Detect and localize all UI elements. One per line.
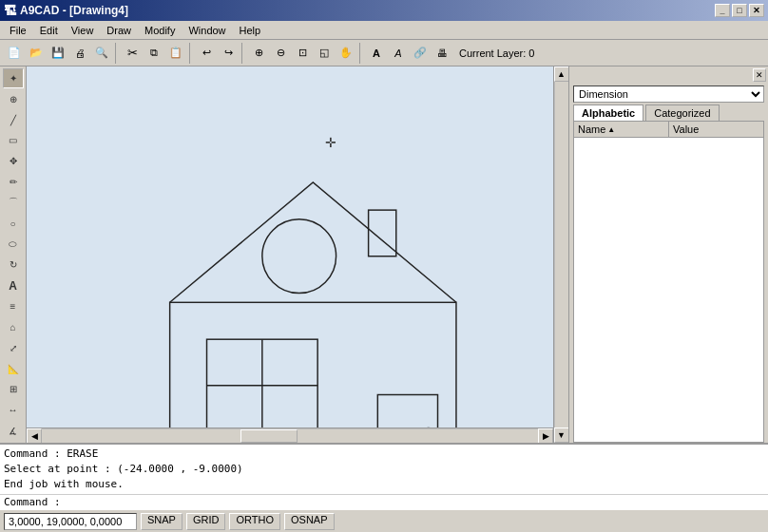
menu-draw[interactable]: Draw — [101, 23, 137, 38]
cursor-indicator: ✛ — [325, 135, 336, 150]
toolbar-text[interactable]: A — [366, 43, 387, 64]
toolbar-sep-2 — [189, 43, 193, 64]
svg-rect-0 — [170, 302, 456, 428]
title-bar-left: 🏗 A9CAD - [Drawing4] — [4, 4, 128, 18]
scroll-right-button[interactable]: ▶ — [538, 428, 553, 444]
menu-window[interactable]: Window — [182, 23, 231, 38]
toolbar-new[interactable]: 📄 — [4, 43, 25, 64]
toolbar-zoom-in[interactable]: ⊕ — [248, 43, 269, 64]
tool-dim-angle[interactable]: ∡ — [3, 421, 24, 441]
tab-categorized[interactable]: Categorized — [645, 104, 719, 121]
panel-dropdown[interactable]: Dimension — [573, 86, 764, 103]
tool-crosshair[interactable]: ⊕ — [3, 89, 24, 109]
canvas-column: ✛ — [27, 66, 553, 443]
snap-button[interactable]: SNAP — [141, 513, 182, 530]
name-label: Name — [578, 124, 605, 135]
tool-pencil[interactable]: ✏ — [3, 172, 24, 192]
tool-move[interactable]: ✥ — [3, 151, 24, 171]
toolbar-print2[interactable]: 🖶 — [432, 43, 452, 64]
tool-arc[interactable]: ⌒ — [3, 193, 24, 213]
command-area-wrapper: Command : ERASE Select at point : (-24.0… — [0, 443, 768, 509]
menu-modify[interactable]: Modify — [139, 23, 181, 38]
title-bar: 🏗 A9CAD - [Drawing4] _ □ ✕ — [0, 0, 768, 21]
tool-select[interactable]: ✦ — [3, 68, 24, 88]
command-line-1: Command : ERASE — [4, 446, 764, 462]
tab-alphabetic[interactable]: Alphabetic — [573, 104, 643, 121]
toolbar-link[interactable]: 🔗 — [410, 43, 431, 64]
toolbar-symbol[interactable]: A — [388, 43, 409, 64]
tool-offset[interactable]: ⊞ — [3, 379, 24, 399]
command-line-2: Select at point : (-24.0000 , -9.0000) — [4, 462, 764, 477]
minimize-button[interactable]: _ — [715, 4, 730, 17]
tool-circle[interactable]: ○ — [3, 214, 24, 234]
toolbar-zoom-win[interactable]: 🔍 — [91, 43, 112, 64]
command-input[interactable] — [65, 496, 764, 508]
command-output: Command : ERASE Select at point : (-24.0… — [0, 445, 768, 494]
panel-category-select[interactable]: Dimension — [573, 86, 764, 103]
tool-hatch[interactable]: ≡ — [3, 296, 24, 316]
title-bar-controls: _ □ ✕ — [715, 4, 764, 17]
toolbar-sep-3 — [241, 43, 245, 64]
maximize-button[interactable]: □ — [732, 4, 747, 17]
vertical-scrollbar[interactable]: ▲ ▼ — [553, 66, 568, 443]
command-line-3: End job with mouse. — [4, 477, 764, 492]
v-scroll-track[interactable] — [554, 82, 569, 428]
scroll-up-button[interactable]: ▲ — [554, 66, 569, 82]
tool-rotate[interactable]: ↻ — [3, 255, 24, 275]
scroll-down-button[interactable]: ▼ — [554, 428, 569, 443]
panel-close-button[interactable]: ✕ — [753, 68, 766, 82]
menu-view[interactable]: View — [66, 23, 100, 38]
panel-close-row: ✕ — [569, 66, 768, 84]
tool-trim[interactable]: ⌂ — [3, 317, 24, 337]
toolbar-zoom-out[interactable]: ⊖ — [270, 43, 291, 64]
tool-line[interactable]: ╱ — [3, 110, 24, 130]
app-icon: 🏗 — [4, 4, 16, 18]
tool-ellipse[interactable]: ⬭ — [3, 235, 24, 255]
tool-measure[interactable]: 📐 — [3, 359, 24, 379]
menu-edit[interactable]: Edit — [34, 23, 64, 38]
osnap-button[interactable]: OSNAP — [284, 513, 335, 530]
close-button[interactable]: ✕ — [749, 4, 764, 17]
grid-button[interactable]: GRID — [186, 513, 226, 530]
tool-extend[interactable]: ⤢ — [3, 338, 24, 358]
toolbar-open[interactable]: 📂 — [26, 43, 47, 64]
menu-bar: File Edit View Draw Modify Window Help — [0, 21, 768, 40]
window-title: A9CAD - [Drawing4] — [20, 4, 128, 17]
tool-rectangle[interactable]: ▭ — [3, 130, 24, 150]
status-bar: 3,0000, 19,0000, 0,0000 SNAP GRID ORTHO … — [0, 509, 768, 532]
ortho-button[interactable]: ORTHO — [229, 513, 280, 530]
command-prompt: Command : — [4, 496, 61, 508]
menu-file[interactable]: File — [4, 23, 32, 38]
toolbar-redo[interactable]: ↪ — [218, 43, 239, 64]
toolbar-undo[interactable]: ↩ — [196, 43, 217, 64]
toolbar-sep-4 — [359, 43, 363, 64]
main-toolbar: 📄 📂 💾 🖨 🔍 ✂ ⧉ 📋 ↩ ↪ ⊕ ⊖ ⊡ ◱ ✋ A A 🔗 🖶 Cu… — [0, 40, 768, 66]
toolbar-sep-1 — [115, 43, 119, 64]
scroll-thumb[interactable] — [240, 429, 298, 443]
value-label: Value — [673, 124, 699, 135]
toolbar-zoom-prev[interactable]: ◱ — [314, 43, 335, 64]
toolbar-cut[interactable]: ✂ — [122, 43, 143, 64]
properties-table: Name ▲ Value — [573, 121, 764, 443]
toolbar-zoom-all[interactable]: ⊡ — [292, 43, 313, 64]
toolbar-save[interactable]: 💾 — [48, 43, 68, 64]
drawing-canvas[interactable]: ✛ — [27, 66, 553, 428]
toolbar-copy[interactable]: ⧉ — [144, 43, 164, 64]
toolbar-pan[interactable]: ✋ — [336, 43, 356, 64]
right-panel: ✕ Dimension Alphabetic Categorized Name … — [568, 66, 768, 443]
current-layer-label: Current Layer: 0 — [459, 48, 534, 59]
drawing-svg — [27, 66, 553, 428]
command-input-row: Command : — [0, 494, 768, 509]
tool-text[interactable]: A — [3, 276, 24, 295]
horizontal-scrollbar[interactable]: ◀ ▶ — [27, 428, 553, 443]
scroll-track[interactable] — [42, 428, 538, 444]
toolbar-print[interactable]: 🖨 — [69, 43, 90, 64]
tool-dim-linear[interactable]: ↔ — [3, 400, 24, 420]
sort-arrow: ▲ — [607, 125, 615, 134]
menu-help[interactable]: Help — [234, 23, 267, 38]
svg-point-2 — [262, 219, 336, 294]
scroll-left-button[interactable]: ◀ — [27, 428, 42, 444]
coordinates-display: 3,0000, 19,0000, 0,0000 — [4, 513, 137, 530]
svg-rect-6 — [377, 395, 437, 428]
toolbar-paste[interactable]: 📋 — [165, 43, 186, 64]
